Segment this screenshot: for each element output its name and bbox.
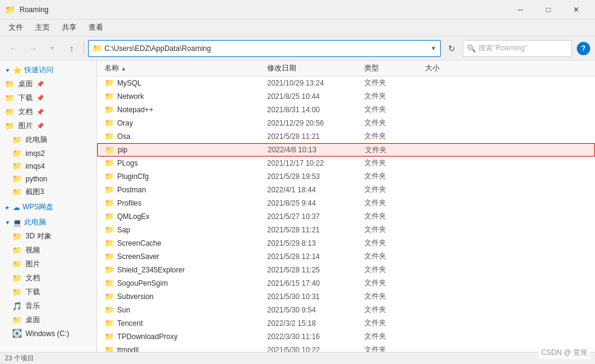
sidebar-item-imqs2[interactable]: 📁 imqs2 [0,147,97,160]
table-row[interactable]: 📁 Sun 2021/5/30 9:54 文件夹 [97,303,595,317]
sidebar-item-label: 文档 [25,273,40,283]
sidebar-item-video[interactable]: 📁 视频 [0,243,97,257]
file-type-cell: 文件夹 [364,305,425,315]
sidebar-item-desktop[interactable]: 📁 桌面 📌 [0,77,97,91]
file-date-cell: 2021/5/28 11:21 [267,132,364,141]
table-row[interactable]: 📁 Network 2021/8/25 10:44 文件夹 [97,90,595,103]
table-row[interactable]: 📁 Sap 2021/5/28 11:21 文件夹 [97,223,595,237]
folder-icon: 📁 [104,345,114,352]
forward-button[interactable]: → [24,40,41,57]
sidebar-item-screenshot3[interactable]: 📁 截图3 [0,185,97,199]
table-row[interactable]: 📁 ScreenSaver 2021/5/28 12:14 文件夹 [97,250,595,263]
folder-icon: 📁 [104,278,114,288]
table-row[interactable]: 📁 Profiles 2021/8/25 9:44 文件夹 [97,197,595,210]
folder-icon: 📁 [104,198,114,207]
sidebar-section-wps: ► ☁ WPS网盘 [0,200,97,214]
file-name-text: Network [117,92,144,101]
file-date-cell: 2021/5/28 11:25 [267,266,364,274]
sidebar-item-python[interactable]: 📁 python [0,172,97,185]
column-header-size[interactable]: 大小 [425,63,474,73]
sidebar-pc-header[interactable]: ▼ 💻 此电脑 [0,215,97,229]
file-name-text: pip [118,146,127,154]
sidebar-item-music[interactable]: 🎵 音乐 [0,299,97,313]
folder-icon: 📁 [104,332,114,341]
sidebar-item-pictures2[interactable]: 📁 图片 [0,257,97,271]
sidebar-section-quick-access: ▼ ⭐ 快速访问 📁 桌面 📌 📁 下载 📌 📁 文档 📌 📁 图 [0,63,97,199]
sidebar-item-desktop2[interactable]: 📁 桌面 [0,313,97,327]
sidebar-item-documents[interactable]: 📁 文档 📌 [0,105,97,119]
sidebar-item-docs2[interactable]: 📁 文档 [0,271,97,285]
maximize-button[interactable]: □ [534,0,562,19]
pc-label: 此电脑 [24,217,46,228]
file-type-cell: 文件夹 [364,318,425,328]
file-type-cell: 文件夹 [364,291,425,302]
column-header-type[interactable]: 类型 [364,63,425,73]
up-button[interactable]: ↑ [63,40,80,57]
column-header-date[interactable]: 修改日期 [267,63,364,73]
sidebar-item-label: 下载 [18,93,33,103]
table-row[interactable]: 📁 PluginCfg 2021/5/28 19:53 文件夹 [97,170,595,183]
sidebar-item-downloads2[interactable]: 📁 下载 [0,285,97,299]
folder-path-icon: 📁 [92,44,102,53]
table-row[interactable]: 📁 ScreenCache 2021/5/29 8:13 文件夹 [97,237,595,250]
table-row[interactable]: 📁 Subversion 2021/5/30 10:31 文件夹 [97,290,595,303]
pin-icon: 📌 [36,95,44,101]
table-row[interactable]: 📁 QMLogEx 2021/5/27 10:37 文件夹 [97,210,595,223]
table-row[interactable]: 📁 Oray 2021/12/29 20:56 文件夹 [97,116,595,130]
table-row[interactable]: 📁 TPDownloadProxy 2022/3/30 11:16 文件夹 [97,330,595,343]
sidebar-item-pictures[interactable]: 📁 图片 📌 [0,119,97,133]
folder-icon: 📁 [12,232,22,241]
file-type-cell: 文件夹 [365,145,426,155]
file-type-cell: 文件夹 [364,238,425,248]
file-name-cell: 📁 Oray [97,118,267,127]
table-row[interactable]: 📁 pip 2022/4/8 10:13 文件夹 [97,143,595,157]
folder-icon: 📁 [12,246,22,255]
file-type-cell: 文件夹 [364,118,425,128]
search-icon: 🔍 [467,44,476,53]
column-header-name[interactable]: 名称 ▲ [97,63,267,73]
recent-button[interactable]: ▼ [44,40,61,57]
table-row[interactable]: 📁 Postman 2022/4/1 18:44 文件夹 [97,183,595,197]
table-row[interactable]: 📁 SogouPenSgim 2021/6/15 17:40 文件夹 [97,277,595,290]
refresh-button[interactable]: ↻ [443,40,460,57]
sidebar-item-windows-c[interactable]: 💽 Windows (C:) [0,327,97,340]
sidebar-section-pc: ▼ 💻 此电脑 📁 3D 对象 📁 视频 📁 图片 📁 文档 📁 [0,215,97,340]
file-date-cell: 2021/12/17 10:22 [267,159,364,167]
file-type-cell: 文件夹 [364,131,425,141]
table-row[interactable]: 📁 Osa 2021/5/28 11:21 文件夹 [97,130,595,143]
menu-file[interactable]: 文件 [2,20,29,35]
table-row[interactable]: 📁 Notepad++ 2021/8/31 14:00 文件夹 [97,103,595,116]
file-name-cell: 📁 MySQL [97,78,267,87]
table-row[interactable]: 📁 Shield_2345Explorer 2021/5/28 11:25 文件… [97,263,595,277]
address-bar[interactable]: 📁 C:\Users\EDZ\AppData\Roaming ▼ [88,40,441,57]
search-bar[interactable]: 🔍 搜索"Roaming" [463,40,572,57]
folder-icon: 📁 [104,158,114,167]
address-chevron-icon[interactable]: ▼ [430,45,437,52]
table-row[interactable]: 📁 PLogs 2021/12/17 10:22 文件夹 [97,157,595,170]
menu-share[interactable]: 共享 [56,20,83,35]
sidebar-quick-access-header[interactable]: ▼ ⭐ 快速访问 [0,63,97,77]
file-name-text: PluginCfg [117,172,149,181]
sidebar-item-imqs4[interactable]: 📁 imqs4 [0,160,97,172]
folder-icon: 📁 [104,78,114,87]
folder-icon: 📁 [12,187,22,197]
folder-icon: 📁 [104,305,114,314]
table-row[interactable]: 📁 Tencent 2022/3/2 15:18 文件夹 [97,317,595,330]
table-row[interactable]: 📁 MySQL 2021/10/29 13:24 文件夹 [97,76,595,90]
back-button[interactable]: ← [5,40,22,57]
sidebar-item-3d[interactable]: 📁 3D 对象 [0,229,97,243]
sidebar-item-thispc[interactable]: 📁 此电脑 [0,133,97,147]
address-text: C:\Users\EDZ\AppData\Roaming [104,44,428,53]
close-button[interactable]: ✕ [562,0,590,19]
menu-home[interactable]: 主页 [29,20,56,35]
sidebar-wps-header[interactable]: ► ☁ WPS网盘 [0,200,97,214]
minimize-button[interactable]: ─ [506,0,534,19]
help-button[interactable]: ? [577,42,590,55]
sidebar-item-label: 桌面 [18,79,33,89]
file-date-cell: 2021/10/29 13:24 [267,79,364,87]
menu-view[interactable]: 查看 [83,20,109,35]
table-row[interactable]: 📁 ttmpdll 2021/5/30 10:22 文件夹 [97,343,595,352]
star-icon: ⭐ [13,66,22,75]
sidebar-item-downloads[interactable]: 📁 下载 📌 [0,91,97,105]
folder-icon: 📁 [104,212,114,221]
